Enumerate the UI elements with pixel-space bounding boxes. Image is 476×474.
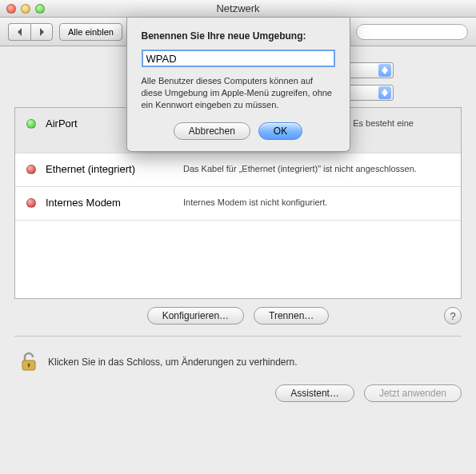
lock-row: Klicken Sie in das Schloss, um Änderunge… <box>14 348 462 380</box>
search-wrap <box>356 24 468 40</box>
network-desc: Das Kabel für „Ethernet (integriert)" is… <box>183 163 450 175</box>
sheet-title: Benennen Sie Ihre neue Umgebung: <box>142 30 335 42</box>
ok-button[interactable]: OK <box>258 122 302 140</box>
back-button[interactable] <box>8 23 30 41</box>
network-name: Ethernet (integriert) <box>46 163 174 175</box>
network-name: Internes Modem <box>46 197 174 209</box>
popup-arrows-icon <box>378 64 391 77</box>
status-indicator-icon <box>26 198 36 208</box>
help-button[interactable]: ? <box>444 307 462 325</box>
configure-button[interactable]: Konfigurieren… <box>147 307 244 325</box>
network-row-modem[interactable]: Internes Modem Internes Modem ist nicht … <box>15 187 461 221</box>
network-row-ethernet[interactable]: Ethernet (integriert) Das Kabel für „Eth… <box>15 153 461 187</box>
lock-text: Klicken Sie in das Schloss, um Änderunge… <box>48 356 298 368</box>
search-input[interactable] <box>356 24 468 40</box>
chevron-left-icon <box>16 28 24 36</box>
chevron-right-icon <box>38 28 46 36</box>
sheet-description: Alle Benutzer dieses Computers können au… <box>142 75 335 111</box>
window-title: Netzwerk <box>0 2 476 14</box>
sheet-buttons: Abbrechen OK <box>142 122 335 140</box>
status-indicator-icon <box>26 119 36 129</box>
show-all-button[interactable]: Alle einblen <box>59 23 122 41</box>
assistant-button[interactable]: Assistent… <box>275 384 354 402</box>
status-indicator-icon <box>26 165 36 174</box>
cancel-button[interactable]: Abbrechen <box>174 122 250 140</box>
network-desc: Internes Modem ist nicht konfiguriert. <box>183 197 450 209</box>
titlebar: Netzwerk <box>0 0 476 18</box>
action-row: Konfigurieren… Trennen… ? <box>14 307 462 325</box>
footer-row: Assistent… Jetzt anwenden <box>14 380 462 412</box>
apply-button[interactable]: Jetzt anwenden <box>364 384 462 402</box>
nav-group <box>8 23 53 41</box>
disconnect-button[interactable]: Trennen… <box>254 307 329 325</box>
show-all-label: Alle einblen <box>68 27 114 37</box>
forward-button[interactable] <box>30 23 53 41</box>
svg-rect-2 <box>28 364 30 368</box>
rename-location-sheet: Benennen Sie Ihre neue Umgebung: Alle Be… <box>126 18 350 152</box>
location-name-input[interactable] <box>142 50 335 67</box>
popup-arrows-icon <box>378 86 391 99</box>
lock-open-icon[interactable] <box>18 351 40 373</box>
divider <box>14 336 462 337</box>
